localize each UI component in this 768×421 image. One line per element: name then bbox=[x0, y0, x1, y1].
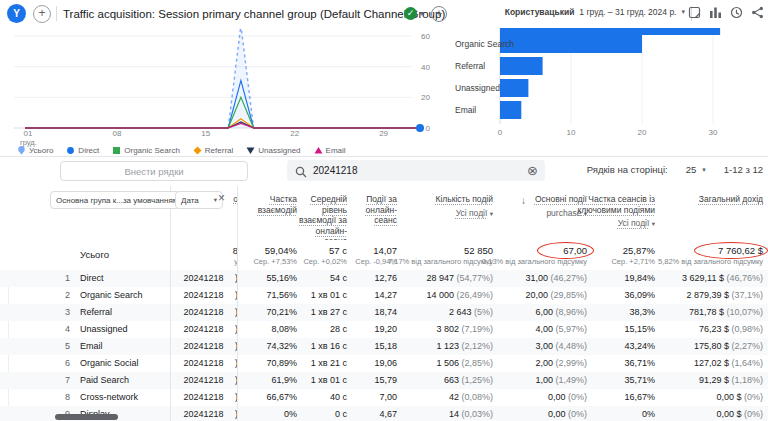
notes-icon[interactable] bbox=[688, 6, 701, 19]
key-events-filter[interactable]: purchase ▾ bbox=[499, 208, 587, 220]
svg-text:60: 60 bbox=[421, 32, 430, 41]
date-cell: 20241218 bbox=[170, 287, 237, 304]
line-series-unassigned bbox=[25, 122, 420, 128]
add-comparison-button[interactable]: + bbox=[431, 6, 447, 22]
table-controls: Внести рядки 20241218 ⊗ Рядків на сторін… bbox=[0, 157, 768, 186]
key-events-cell: 0,00 (0%) bbox=[548, 406, 587, 421]
avg-time-cell: 28 с bbox=[330, 321, 347, 338]
key-event-rate-cell: 0% bbox=[642, 406, 655, 421]
totals-label: Усього bbox=[80, 240, 109, 270]
line-chart: 02040600108152229груд. bbox=[0, 28, 440, 156]
line-series-direct bbox=[25, 80, 420, 128]
events-per-session-cell: 15,18 bbox=[374, 338, 397, 355]
events-per-session-cell: 7,00 bbox=[379, 389, 397, 406]
engagement-rate-cell: 55,16% bbox=[266, 270, 297, 287]
events-per-session-cell: 12,76 bbox=[374, 270, 397, 287]
engagement-rate-cell: 8,08% bbox=[271, 321, 297, 338]
col-header-avg-engagement-time[interactable]: Середній рівень взаємодії за онлайн-сеан… bbox=[299, 194, 347, 247]
share-icon[interactable] bbox=[751, 6, 764, 19]
saved-check-icon[interactable]: ✓ bbox=[404, 7, 417, 20]
engagement-rate-cell: 70,21% bbox=[266, 304, 297, 321]
horizontal-scrollbar[interactable] bbox=[55, 414, 118, 420]
property-avatar[interactable]: Y bbox=[7, 4, 26, 23]
event-count-cell: 28 947 (54,77%) bbox=[426, 270, 493, 287]
avg-time-cell: 40 с bbox=[330, 389, 347, 406]
events-per-session-cell: 19,20 bbox=[374, 321, 397, 338]
key-event-rate-cell: 15,15% bbox=[624, 321, 655, 338]
event-count-cell: 42 (0,08%) bbox=[449, 389, 493, 406]
avg-time-cell: 0 с bbox=[335, 406, 347, 421]
revenue-cell: 3 629,11 $ (46,76%) bbox=[682, 270, 763, 287]
svg-text:30: 30 bbox=[709, 128, 718, 137]
chevron-down-icon[interactable]: ▾ bbox=[420, 9, 424, 18]
add-rows-button[interactable]: Внести рядки bbox=[60, 161, 248, 181]
clear-search-icon[interactable]: ⊗ bbox=[527, 163, 538, 178]
svg-text:20: 20 bbox=[638, 128, 647, 137]
date-cell: 20241218 bbox=[170, 321, 237, 338]
remove-column-icon[interactable]: × bbox=[218, 191, 225, 205]
legend-item-усього[interactable]: Усього bbox=[17, 146, 53, 155]
row-number: 7 bbox=[65, 372, 70, 389]
legend-item-direct[interactable]: Direct bbox=[66, 146, 99, 155]
row-number: 3 bbox=[65, 304, 70, 321]
svg-text:29: 29 bbox=[379, 129, 388, 138]
avg-time-cell: 1 хв 21 с bbox=[311, 355, 347, 372]
clock-icon[interactable] bbox=[730, 6, 743, 19]
line-series-усього bbox=[25, 28, 420, 128]
event-count-cell: 3 802 (7,19%) bbox=[436, 321, 493, 338]
legend-item-unassigned[interactable]: Unassigned bbox=[246, 146, 300, 155]
legend-item-referral[interactable]: Referral bbox=[193, 146, 233, 155]
svg-text:20: 20 bbox=[421, 93, 430, 102]
engagement-rate-cell: 0% bbox=[284, 406, 297, 421]
date-filter-chip[interactable]: Дата▾ bbox=[175, 191, 223, 209]
legend-item-email[interactable]: Email bbox=[314, 146, 346, 155]
date-cell: 20241218 bbox=[170, 389, 237, 406]
search-field[interactable]: 20241218 ⊗ bbox=[287, 160, 545, 181]
bar-chart-icon[interactable] bbox=[709, 6, 722, 19]
date-range-picker[interactable]: Користувацький 1 груд. – 31 груд. 2024 р… bbox=[505, 7, 685, 17]
table-row: 8 Cross-network 20241218 ) 66,67% 40 с 7… bbox=[0, 389, 768, 406]
line-series-organic-search bbox=[25, 97, 420, 128]
dimension-filter-chip[interactable]: Основна група к...за умовчанням)▾ bbox=[50, 191, 180, 209]
revenue-cell: 2 879,39 $ (37,1%) bbox=[686, 287, 763, 304]
events-per-session-cell: 19,06 bbox=[374, 355, 397, 372]
svg-text:0: 0 bbox=[498, 128, 503, 137]
col-header-engagement-rate[interactable]: Частка взаємодій bbox=[244, 194, 297, 215]
event-count-cell: 1 123 (2,12%) bbox=[436, 338, 493, 355]
channel-cell: Cross-network bbox=[80, 389, 138, 406]
col-header-key-events[interactable]: Основні події purchase ▾ bbox=[499, 194, 587, 219]
event-count-filter[interactable]: Усі події ▾ bbox=[399, 208, 493, 220]
col-header-event-count[interactable]: Кількість подій Усі події ▾ bbox=[399, 194, 493, 219]
key-events-cell: 31,00 (46,27%) bbox=[525, 270, 587, 287]
bar-unassigned bbox=[500, 79, 528, 97]
col-header-events-per-session[interactable]: Події за онлайн-сеанс bbox=[349, 194, 397, 226]
date-cell: 20241218 bbox=[170, 270, 237, 287]
table-row: 4 Unassigned 20241218 ) 8,08% 28 с 19,20… bbox=[0, 321, 768, 338]
row-number: 6 bbox=[65, 355, 70, 372]
diamond-icon bbox=[193, 146, 202, 155]
revenue-cell: 127,02 $ (1,64%) bbox=[694, 355, 763, 372]
pin-icon bbox=[17, 146, 26, 155]
search-value[interactable]: 20241218 bbox=[313, 165, 358, 176]
session-key-event-rate-filter[interactable]: Усі події ▾ bbox=[575, 218, 655, 230]
top-bar: Y + Traffic acquisition: Session primary… bbox=[0, 0, 768, 29]
key-event-rate-cell: 36,09% bbox=[624, 287, 655, 304]
col-header-total-revenue[interactable]: Загальний дохід bbox=[657, 194, 763, 205]
totals-row: Усього 8 у 59,04% Сер. +7,53% 57 с Сер. … bbox=[0, 240, 768, 271]
svg-text:22: 22 bbox=[290, 129, 299, 138]
annotation-ellipse-revenue bbox=[694, 242, 768, 259]
legend-item-organic-search[interactable]: Organic Search bbox=[112, 146, 180, 155]
channel-cell: Direct bbox=[80, 270, 104, 287]
add-tab-button[interactable]: + bbox=[33, 5, 51, 23]
square-icon bbox=[112, 146, 121, 155]
revenue-cell: 0,00 $ (0%) bbox=[716, 406, 763, 421]
bar-direct bbox=[500, 28, 720, 35]
date-cell: 20241218 bbox=[170, 406, 237, 421]
col-header-session-key-event-rate[interactable]: Частка сеансів із ключовими подіями Усі … bbox=[575, 194, 655, 230]
rows-per-page-select[interactable]: 25▾ bbox=[686, 164, 706, 175]
date-cell: 20241218 bbox=[170, 304, 237, 321]
key-events-cell: 3,00 (4,48%) bbox=[535, 338, 587, 355]
svg-text:08: 08 bbox=[112, 129, 121, 138]
bar-chart: 0102030Organic SearchReferralUnassignedE… bbox=[440, 28, 768, 156]
channel-cell: Organic Social bbox=[80, 355, 139, 372]
